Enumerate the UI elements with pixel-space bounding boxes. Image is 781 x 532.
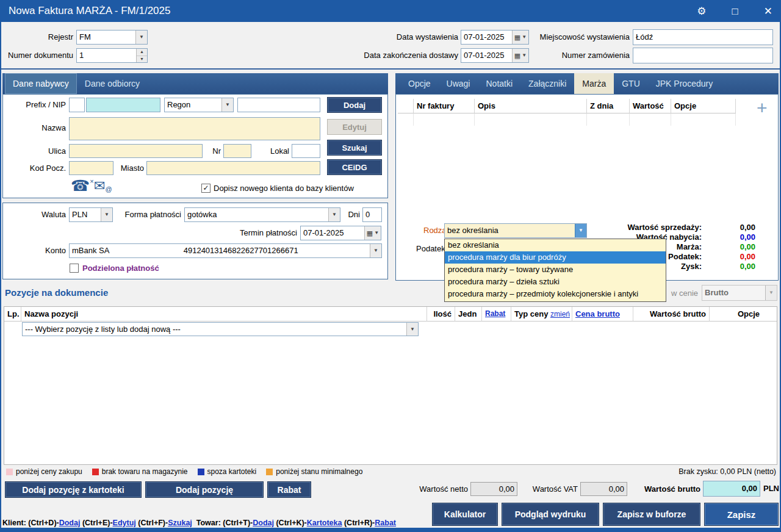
tab-notatki[interactable]: Notatki xyxy=(478,73,520,94)
position-select[interactable]: --- Wybierz pozycję z listy lub dodaj no… xyxy=(22,322,419,336)
kod-pocz-input[interactable] xyxy=(69,161,113,175)
dropdown-option[interactable]: procedura marży – dzieła sztuki xyxy=(445,276,666,288)
rejestr-select[interactable]: FM ▼ xyxy=(76,30,148,45)
rabat-button[interactable]: Rabat xyxy=(267,481,311,498)
dropdown-option[interactable]: procedura marży – przedmioty kolekcjoner… xyxy=(445,288,666,300)
lokal-label: Lokal xyxy=(262,144,289,159)
szukaj-button[interactable]: Szukaj xyxy=(327,140,382,156)
col-wartosc-brutto: Wartość brutto xyxy=(633,307,710,322)
data-zakonczenia-label: Data zakończenia dostawy xyxy=(357,48,458,63)
szukaj-shortcut[interactable]: Szukaj xyxy=(168,519,192,527)
zmien-link[interactable]: zmień xyxy=(550,310,570,318)
podglad-wydruku-button[interactable]: Podgląd wydruku xyxy=(502,503,599,526)
konto-select[interactable]: mBank SA 49124013146822627701266671 ▼ xyxy=(69,243,382,258)
dodaj-towar-shortcut[interactable]: Dodaj xyxy=(253,519,274,527)
calendar-icon[interactable]: ▦▼ xyxy=(512,31,528,44)
chevron-down-icon[interactable]: ▼ xyxy=(406,323,418,336)
dodaj-klienta-button[interactable]: Dodaj xyxy=(327,97,382,113)
tab-zalaczniki[interactable]: Załączniki xyxy=(520,73,574,94)
tab-opcje[interactable]: Opcje xyxy=(400,73,439,94)
chevron-down-icon[interactable]: ▼ xyxy=(135,31,147,44)
wartosc-vat-value: 0,00 xyxy=(580,482,627,496)
regon-select[interactable]: Regon ▼ xyxy=(164,98,234,112)
chevron-down-icon[interactable]: ▼ xyxy=(221,98,233,112)
window-left-border xyxy=(0,22,1,532)
regon-value-input[interactable] xyxy=(237,98,320,112)
forma-platnosci-select[interactable]: gotówka ▼ xyxy=(184,207,340,222)
miejscowosc-label: Miejscowość wystawienia xyxy=(534,30,630,45)
miasto-input[interactable] xyxy=(146,161,320,175)
dropdown-option[interactable]: procedura marży – towary używane xyxy=(445,264,666,276)
tab-marza[interactable]: Marża xyxy=(574,73,614,94)
zysk-value: 0,00 xyxy=(703,262,755,271)
dopisz-klienta-checkbox[interactable]: ✓ xyxy=(201,184,211,193)
titlebar: Nowa Faktura MARŻA - FM/1/2025 ⚙ □ ✕ xyxy=(0,0,781,22)
calendar-icon[interactable]: ▦▼ xyxy=(364,226,381,240)
edytuj-shortcut[interactable]: Edytuj xyxy=(113,519,136,527)
legend-swatch xyxy=(6,469,13,475)
w-cenie-select[interactable]: Brutto ▼ xyxy=(702,285,777,301)
konto-bank-name: mBank SA xyxy=(70,244,112,257)
rabat-shortcut[interactable]: Rabat xyxy=(375,519,396,527)
lokal-input[interactable] xyxy=(292,144,320,158)
spinner-arrows-icon[interactable]: ▲▼ xyxy=(136,49,147,62)
dodaj-klienta-shortcut[interactable]: Dodaj xyxy=(59,519,81,527)
maximize-icon[interactable]: □ xyxy=(732,6,738,16)
calendar-icon[interactable]: ▦▼ xyxy=(512,49,528,62)
edytuj-button[interactable]: Edytuj xyxy=(327,119,382,135)
titlebar-icons: ⚙ □ ✕ xyxy=(697,6,772,16)
prefix-input[interactable] xyxy=(69,98,85,112)
col-cena-brutto-link[interactable]: Cena brutto xyxy=(572,307,633,322)
settings-gear-icon[interactable]: ⚙ xyxy=(697,6,706,16)
numer-zamowienia-input[interactable] xyxy=(633,48,773,63)
dodaj-pozycje-z-kartoteki-button[interactable]: Dodaj pozycję z kartoteki xyxy=(5,481,142,498)
miejscowosc-input[interactable]: Łódź xyxy=(633,29,773,45)
statusbar-shortcuts: Klient: (Ctrl+D)-Dodaj (Ctrl+E)-Edytuj (… xyxy=(2,519,396,527)
forma-platnosci-label: Forma płatności xyxy=(119,207,181,222)
kalkulator-button[interactable]: Kalkulator xyxy=(432,503,498,526)
kartoteka-shortcut[interactable]: Kartoteka xyxy=(307,519,342,527)
chevron-down-icon[interactable]: ▼ xyxy=(765,286,777,300)
wartosc-sprzedazy-label: Wartość sprzedaży: xyxy=(567,223,702,232)
zapisz-w-buforze-button[interactable]: Zapisz w buforze xyxy=(603,503,700,526)
nazwa-input[interactable] xyxy=(69,117,320,140)
dni-input[interactable]: 0 xyxy=(362,207,382,222)
chevron-down-icon[interactable]: ▼ xyxy=(328,208,340,221)
brak-zysku-text: Brak zysku: 0,00 PLN (netto) xyxy=(678,467,776,476)
rodzaj-select[interactable]: bez określania ▼ xyxy=(444,223,587,238)
add-marza-document-icon[interactable]: + xyxy=(757,99,768,117)
wartosc-netto-value: 0,00 xyxy=(470,482,517,496)
tab-dane-odbiorcy[interactable]: Dane odbiorcy xyxy=(77,73,148,94)
ceidg-button[interactable]: CEiDG xyxy=(327,159,382,175)
legend-item: poniżej stanu minimalnego xyxy=(266,467,362,476)
phone-icon[interactable]: ☎× xyxy=(71,178,94,193)
podzielona-platnosc-checkbox[interactable] xyxy=(70,264,79,273)
close-icon[interactable]: ✕ xyxy=(764,6,772,16)
nr-input[interactable] xyxy=(223,144,251,158)
podzielona-platnosc-label: Podzielona płatność xyxy=(82,261,204,276)
tab-uwagi[interactable]: Uwagi xyxy=(439,73,478,94)
data-zakonczenia-input[interactable]: 07-01-2025 ▦▼ xyxy=(461,48,529,63)
tab-jpk-procedury[interactable]: JPK Procedury xyxy=(648,73,721,94)
numer-dokumentu-stepper[interactable]: 1 ▲▼ xyxy=(76,48,148,63)
waluta-select[interactable]: PLN ▼ xyxy=(69,207,113,222)
dropdown-option[interactable]: bez określania xyxy=(445,239,666,251)
ulica-input[interactable] xyxy=(69,144,203,158)
dropdown-option-selected[interactable]: procedura marży dla biur podróży xyxy=(445,251,666,264)
chevron-down-icon[interactable]: ▼ xyxy=(101,208,112,221)
termin-platnosci-input[interactable]: 07-01-2025 ▦▼ xyxy=(300,226,381,240)
pozycje-title: Pozycje na dokumencie xyxy=(5,287,108,298)
chevron-down-icon[interactable]: ▼ xyxy=(370,244,381,257)
nip-input[interactable] xyxy=(86,98,160,112)
tab-gtu[interactable]: GTU xyxy=(614,73,648,94)
wartosc-nabycia-value: 0,00 xyxy=(703,232,755,242)
email-icon[interactable]: ✉@ xyxy=(94,179,112,193)
konto-number: 49124013146822627701266671 xyxy=(112,244,370,257)
nazwa-label: Nazwa xyxy=(0,121,66,135)
dodaj-pozycje-button[interactable]: Dodaj pozycję xyxy=(145,481,264,498)
app-window: Nowa Faktura MARŻA - FM/1/2025 ⚙ □ ✕ Rej… xyxy=(0,0,781,532)
zapisz-button[interactable]: Zapisz xyxy=(704,503,779,526)
tab-dane-nabywcy[interactable]: Dane nabywcy xyxy=(5,73,77,94)
data-wystawienia-input[interactable]: 07-01-2025 ▦▼ xyxy=(461,30,529,45)
col-rabat-link[interactable]: Rabat xyxy=(482,307,511,322)
